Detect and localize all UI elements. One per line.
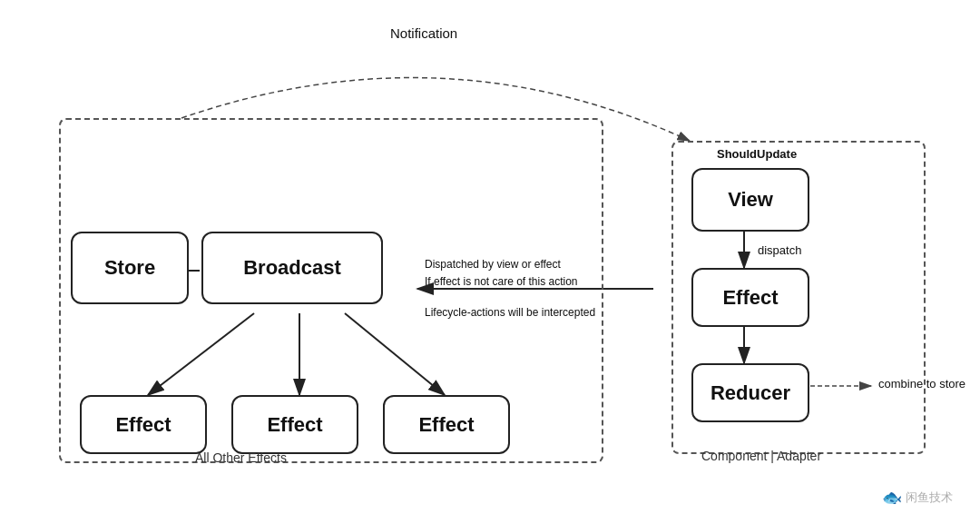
store-box: Store [71,232,189,304]
component-adapter-label: Component | Adapter [701,449,821,463]
effect-right-box: Effect [691,268,809,327]
watermark: 🐟 闲鱼技术 [882,488,953,508]
diagram-container: Notification Store Broadcast Effect Effe… [0,0,980,524]
dispatch-label: dispatch [758,243,801,257]
effect2-box: Effect [231,395,358,454]
broadcast-box: Broadcast [201,232,383,304]
view-box: View [691,168,809,232]
lifecycle-label: Lifecycle-actions will be intercepted [425,306,595,319]
notification-label: Notification [390,25,457,41]
all-other-effects-label: All Other Effects [195,450,287,465]
effect1-box: Effect [80,395,207,454]
combine-label: combine to store [878,377,965,391]
effect3-box: Effect [383,395,510,454]
reducer-box: Reducer [691,363,809,422]
dispatched-label: Dispatched by view or effect If effect i… [425,256,578,291]
should-update-label: ShouldUpdate [717,147,797,161]
